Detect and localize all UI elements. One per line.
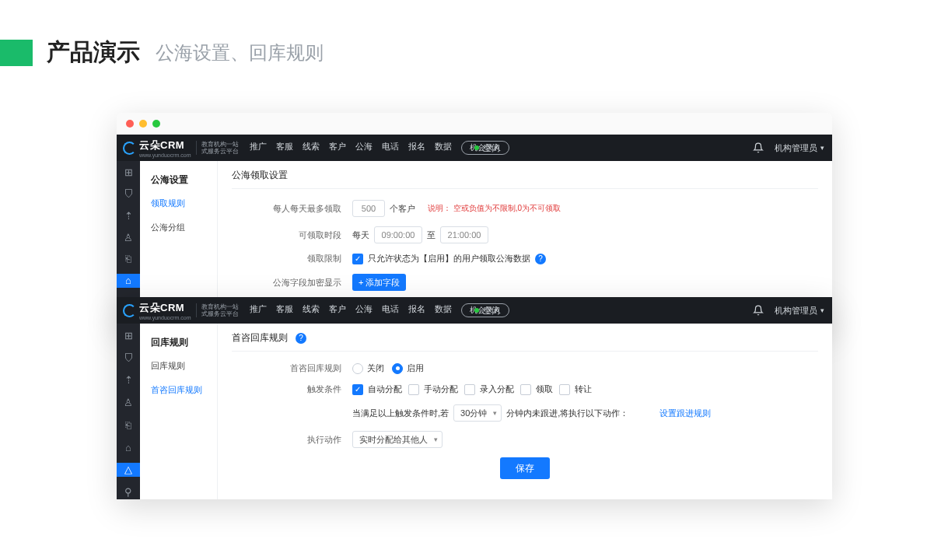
slide-title-main: 产品演示 [47, 37, 140, 68]
logo-icon [123, 142, 136, 155]
nav-item[interactable]: 数据 [435, 303, 452, 317]
field-label: 公海字段加密显示 [232, 277, 352, 289]
time-to-input[interactable]: 21:00:00 [440, 226, 488, 243]
field-label: 触发条件 [232, 383, 352, 395]
trigger-checkbox[interactable] [408, 384, 419, 395]
status-text: 空闲 [483, 142, 500, 154]
user-icon[interactable]: ♙ [117, 395, 140, 410]
side-menu-item[interactable]: 首咨回库规则 [140, 378, 217, 402]
nav-item[interactable]: 推广 [250, 303, 267, 317]
nav-item[interactable]: 数据 [435, 141, 452, 155]
nav-item[interactable]: 客户 [329, 303, 346, 317]
nav-item[interactable]: 报名 [408, 141, 425, 155]
accent-bar [0, 40, 33, 66]
main-nav: 推广 客服 线索 客户 公海 电话 报名 数据 机会录入 [250, 303, 509, 317]
to-text: 至 [427, 229, 436, 241]
side-menu-item[interactable]: 回库规则 [140, 354, 217, 378]
logo-icon [123, 304, 136, 317]
field-label: 可领取时段 [232, 229, 352, 241]
status-dot-icon [474, 308, 479, 313]
max-claim-input[interactable]: 500 [352, 200, 385, 217]
user-icon[interactable]: ♙ [117, 230, 140, 244]
add-field-button[interactable]: + 添加字段 [352, 274, 406, 291]
main-nav: 推广 客服 线索 客户 公海 电话 报名 数据 机会录入 [250, 141, 509, 155]
status-text: 空闲 [483, 305, 500, 317]
unit-text: 个客户 [390, 203, 415, 215]
checkbox-label: 手动分配 [424, 383, 458, 395]
status-indicator: 空闲 [474, 305, 500, 317]
bell-icon[interactable] [753, 305, 764, 316]
help-icon[interactable]: ? [296, 333, 306, 344]
trigger-checkbox[interactable] [559, 384, 570, 395]
shield-icon[interactable]: ⛉ [117, 351, 140, 366]
chart-icon[interactable]: ⇡ [117, 209, 140, 223]
nav-item[interactable]: 电话 [382, 141, 399, 155]
bell-icon[interactable] [753, 142, 764, 153]
save-button[interactable]: 保存 [500, 457, 550, 479]
brand-name: 云朵CRM [139, 301, 191, 315]
window-huiku: 云朵CRM www.yunduocrm.com 教育机构一站式服务云平台 推广 … [117, 297, 832, 499]
nav-item[interactable]: 公海 [355, 141, 373, 155]
set-follow-rule-link[interactable]: 设置跟进规则 [659, 408, 711, 419]
nav-item[interactable]: 线索 [303, 141, 320, 155]
checkbox-label: 只允许状态为【启用】的用户领取公海数据 [368, 253, 530, 264]
brand-slogan: 教育机构一站式服务云平台 [201, 303, 239, 317]
recycle-icon[interactable]: △ [117, 463, 140, 478]
slide-title-sub: 公海设置、回库规则 [156, 40, 324, 65]
field-label: 执行动作 [232, 434, 352, 446]
minimize-icon[interactable] [139, 120, 147, 128]
chart-icon[interactable]: ⇡ [117, 373, 140, 388]
chevron-down-icon: ▾ [820, 144, 824, 152]
trigger-checkbox[interactable] [464, 384, 475, 395]
shield-icon[interactable]: ⛉ [117, 187, 140, 201]
home-icon[interactable]: ⌂ [117, 274, 140, 288]
trigger-checkbox[interactable] [520, 384, 531, 395]
side-menu-item[interactable]: 领取规则 [140, 191, 217, 215]
checkbox-label: 自动分配 [368, 383, 402, 395]
content-panel: 首咨回库规则 ? 首咨回库规则 关闭 启用 触发条件 ✓自动分配 手动分配 [218, 324, 832, 499]
nav-item[interactable]: 线索 [303, 303, 320, 317]
grid-icon[interactable]: ⊞ [117, 328, 140, 343]
trigger-checkbox[interactable]: ✓ [352, 384, 363, 395]
user-name: 机构管理员 [775, 305, 817, 317]
limit-checkbox[interactable]: ✓ [352, 254, 363, 264]
nav-item[interactable]: 电话 [382, 303, 399, 317]
home-icon[interactable]: ⌂ [117, 440, 140, 455]
user-menu[interactable]: 机构管理员 ▾ [775, 142, 824, 154]
topbar: 云朵CRM www.yunduocrm.com 教育机构一站式服务云平台 推广 … [117, 135, 832, 161]
grid-icon[interactable]: ⊞ [117, 166, 140, 180]
timeout-dropdown[interactable]: 30分钟 [453, 404, 502, 422]
radio-off[interactable] [352, 363, 363, 374]
brand-domain: www.yunduocrm.com [139, 152, 191, 158]
status-indicator: 空闲 [474, 142, 500, 154]
nav-item[interactable]: 客服 [276, 303, 293, 317]
radio-on[interactable] [392, 363, 403, 374]
user-menu[interactable]: 机构管理员 ▾ [775, 305, 824, 317]
action-dropdown[interactable]: 实时分配给其他人 [352, 431, 443, 448]
slide-title: 产品演示 公海设置、回库规则 [0, 37, 324, 68]
nav-item[interactable]: 客户 [329, 141, 346, 155]
folder-icon[interactable]: ⎗ [117, 252, 140, 266]
nav-item[interactable]: 公海 [355, 303, 373, 317]
checkbox-label: 转让 [575, 383, 592, 395]
time-from-input[interactable]: 09:00:00 [374, 226, 422, 243]
maximize-icon[interactable] [152, 120, 160, 128]
side-menu-header: 回库规则 [140, 331, 217, 354]
nav-item[interactable]: 客服 [276, 141, 293, 155]
icon-rail: ⊞ ⛉ ⇡ ♙ ⎗ ⌂ △ ⚲ [117, 324, 140, 499]
side-menu-header: 公海设置 [140, 169, 217, 191]
chevron-down-icon: ▾ [820, 306, 824, 314]
users-icon[interactable]: ⚲ [117, 485, 140, 499]
content-title: 公海领取设置 [232, 169, 288, 182]
nav-item[interactable]: 推广 [250, 141, 267, 155]
topbar: 云朵CRM www.yunduocrm.com 教育机构一站式服务云平台 推广 … [117, 297, 832, 324]
brand-logo: 云朵CRM www.yunduocrm.com 教育机构一站式服务云平台 [117, 301, 245, 320]
side-menu: 回库规则 回库规则 首咨回库规则 [140, 324, 218, 499]
status-dot-icon [474, 145, 479, 150]
nav-item[interactable]: 报名 [408, 303, 425, 317]
close-icon[interactable] [126, 120, 134, 128]
help-icon[interactable]: ? [535, 254, 546, 264]
side-menu-item[interactable]: 公海分组 [140, 215, 217, 240]
field-label: 领取限制 [232, 253, 352, 264]
folder-icon[interactable]: ⎗ [117, 418, 140, 432]
